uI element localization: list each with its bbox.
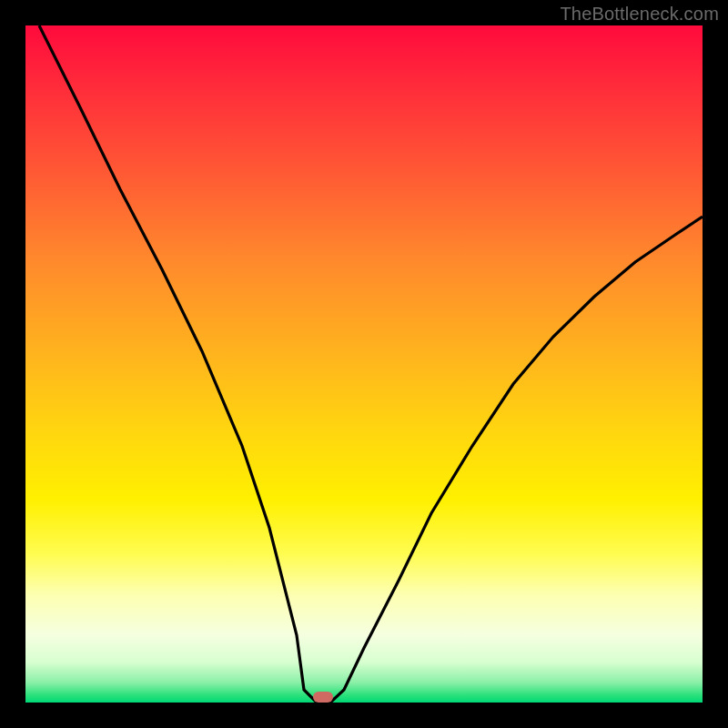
bottleneck-curve <box>39 25 703 703</box>
watermark-text: TheBottleneck.com <box>560 4 719 25</box>
curve-layer <box>25 25 703 703</box>
optimal-marker <box>313 692 333 703</box>
chart-frame: TheBottleneck.com <box>0 0 728 728</box>
plot-area <box>25 25 703 703</box>
